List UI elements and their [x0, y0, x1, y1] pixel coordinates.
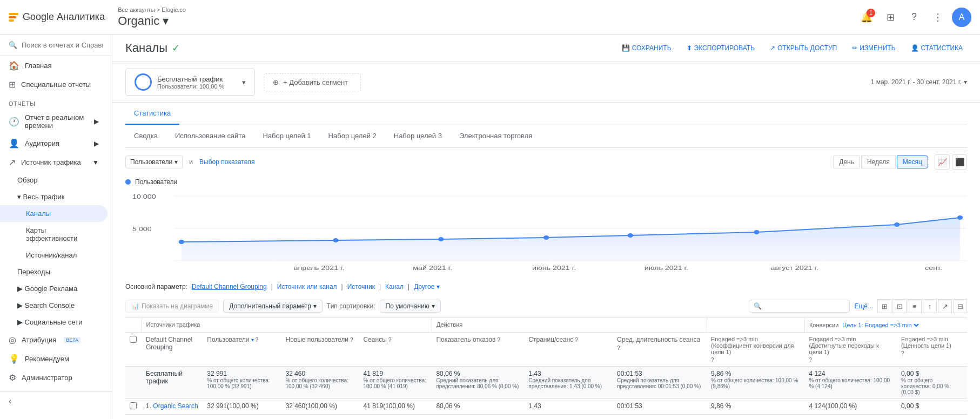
table-search-box[interactable]: 🔍	[749, 300, 850, 313]
sidebar-item-all-traffic[interactable]: ▾ Весь трафик	[0, 188, 108, 205]
row-select-checkbox[interactable]	[130, 402, 137, 409]
table-settings-btn[interactable]: ⊟	[953, 299, 967, 313]
stats-tabs-bar: Статистика	[125, 103, 967, 125]
sort-type-label: Тип сортировки:	[327, 302, 375, 310]
sidebar-item-source-medium[interactable]: Источник/канал	[0, 247, 108, 263]
sidebar-item-search-console[interactable]: ▶ Search Console	[0, 297, 108, 314]
account-title[interactable]: Organic ▾	[118, 14, 857, 28]
sidebar-item-referrals[interactable]: Переходы	[0, 263, 108, 280]
date-range-picker[interactable]: 1 мар. 2021 г. - 30 сент. 2021 г. ▾	[871, 78, 967, 86]
notification-button[interactable]: 🔔 1	[857, 8, 876, 27]
col-group-empty	[125, 318, 142, 333]
line-chart-button[interactable]: 📈	[935, 154, 950, 170]
tab-goals-3[interactable]: Набор целей 3	[385, 125, 451, 147]
add-segment-button[interactable]: ⊕ + Добавить сегмент	[264, 73, 361, 91]
sidebar-item-overview[interactable]: Обзор	[0, 172, 108, 188]
param-source-medium[interactable]: Источник или канал	[277, 283, 337, 290]
metric-select[interactable]: Пользователи ▾	[125, 156, 183, 168]
table-share-btn[interactable]: ↗	[938, 299, 952, 313]
help-icon: ?	[497, 337, 500, 343]
avatar-button[interactable]: A	[952, 8, 971, 27]
tab-ecommerce[interactable]: Электронная торговля	[451, 125, 541, 147]
and-label: и	[189, 158, 193, 166]
conversion-goal-select[interactable]: Цель 1: Engaged =>3 min	[840, 321, 921, 329]
sidebar-search-area[interactable]: 🔍	[0, 35, 112, 56]
home-icon: 🏠	[9, 60, 19, 71]
param-default-channel[interactable]: Default Channel Grouping	[192, 283, 267, 290]
tab-goals-2[interactable]: Набор целей 2	[320, 125, 385, 147]
stats-button[interactable]: 👤 СТАТИСТИКА	[907, 41, 967, 55]
chart-point	[754, 230, 759, 234]
chart-point	[628, 233, 633, 238]
show-chart-button[interactable]: 📊 Показать на диаграмме	[125, 300, 219, 313]
table-search-input[interactable]	[764, 302, 845, 310]
total-pages: 1,43 Средний показатель для представлени…	[524, 367, 613, 399]
x-label-july: июль 2021 г.	[645, 265, 688, 272]
metric-link[interactable]: Выбор показателя	[199, 158, 254, 166]
tab-svodka[interactable]: Сводка	[125, 125, 166, 147]
topbar-icons: 🔔 1 ⊞ ? ⋮ A	[857, 8, 971, 27]
param-other[interactable]: Другое ▾	[414, 283, 439, 290]
segment-chip[interactable]: Бесплатный трафик Пользователи: 100,00 %…	[125, 69, 255, 96]
time-month-button[interactable]: Месяц	[897, 156, 928, 168]
table-icon-buttons: ⊞ ⊡ ≡ ↑ ↗ ⊟	[877, 299, 967, 313]
tab-site-usage[interactable]: Использование сайта	[166, 125, 254, 147]
row-sessions: 41 819(100,00 %)	[359, 399, 432, 415]
account-path: Все аккаунты > Elogic.co	[118, 6, 857, 13]
chart-icon: 📊	[131, 302, 139, 310]
th-avg-duration: Сред. длительность сеанса ?	[613, 333, 707, 367]
more-button[interactable]: ⋮	[928, 8, 948, 27]
time-day-button[interactable]: День	[833, 156, 860, 168]
help-button[interactable]: ?	[904, 8, 924, 27]
sidebar-item-social[interactable]: ▶ Социальные сети	[0, 314, 108, 330]
edit-button[interactable]: ✏ ИЗМЕНИТЬ	[848, 41, 900, 55]
save-button[interactable]: 💾 СОХРАНИТЬ	[617, 41, 676, 55]
sidebar-item-attribution[interactable]: ◎ Атрибуция BETA	[0, 330, 108, 349]
col-group-conversions: Конверсии Цель 1: Engaged =>3 min	[804, 318, 967, 333]
row-goals: 4 124(100,00 %)	[804, 399, 897, 415]
chart-point	[894, 222, 900, 227]
table-pivot-btn[interactable]: ⊡	[892, 299, 907, 313]
row-checkbox[interactable]	[125, 399, 142, 415]
sidebar-item-admin[interactable]: ⚙ Администратор	[0, 368, 108, 387]
row-channel: 1. Organic Search	[142, 399, 203, 415]
sidebar-item-audience[interactable]: 👤 Аудитория ▶	[0, 134, 108, 153]
ga-logo	[9, 13, 18, 22]
export-button[interactable]: ⬆ ЭКСПОРТИРОВАТЬ	[682, 41, 759, 55]
grid-button[interactable]: ⊞	[881, 8, 900, 27]
select-all-checkbox[interactable]	[130, 336, 137, 343]
sidebar-item-traffic-sources[interactable]: ↗ Источник трафика ▼	[0, 153, 108, 172]
tab-statistika[interactable]: Статистика	[125, 103, 179, 125]
segment-info: Бесплатный трафик Пользователи: 100,00 %	[157, 75, 224, 90]
sidebar-item-google-ads[interactable]: ▶ Google Реклама	[0, 280, 108, 297]
sidebar-item-channels[interactable]: Каналы	[0, 205, 108, 222]
param-source[interactable]: Источник	[347, 283, 375, 290]
share-icon: ↗	[770, 44, 775, 52]
sidebar-item-custom-reports[interactable]: ⊞ Специальные отчеты	[0, 75, 108, 94]
sidebar-item-home[interactable]: 🏠 Главная	[0, 56, 108, 75]
param-channel[interactable]: Канал	[385, 283, 404, 290]
table-view-btn[interactable]: ⊞	[877, 299, 891, 313]
table-compare-btn[interactable]: ≡	[908, 299, 922, 313]
time-week-button[interactable]: Неделя	[861, 156, 896, 168]
channel-link[interactable]: Organic Search	[153, 402, 198, 410]
sidebar-item-realtime[interactable]: 🕐 Отчет в реальном времени ▶	[0, 109, 108, 134]
sidebar-item-treemap[interactable]: Карты эффективности	[0, 222, 108, 247]
sort-default-button[interactable]: По умолчанию ▾	[380, 300, 441, 313]
param-bar: Основной параметр: Default Channel Group…	[125, 279, 967, 295]
more-button[interactable]: Ещё...	[854, 302, 873, 310]
x-label-april: апрель 2021 г.	[294, 265, 345, 272]
row-users: 32 991(100,00 %)	[203, 399, 281, 415]
admin-icon: ⚙	[9, 373, 16, 383]
tab-goals-1[interactable]: Набор целей 1	[254, 125, 319, 147]
add-param-button[interactable]: Дополнительный параметр ▾	[223, 300, 323, 313]
help-icon: ?	[901, 350, 904, 356]
sidebar-item-discover[interactable]: 💡 Рекомендуем	[0, 349, 108, 368]
chart-area: 10 000 5 000	[125, 188, 967, 274]
sidebar-collapse[interactable]: ‹	[0, 391, 112, 410]
pie-chart-button[interactable]: ⬛	[952, 154, 967, 170]
search-input[interactable]	[22, 41, 103, 49]
table-export-btn[interactable]: ↑	[923, 299, 937, 313]
legend-label: Пользователи	[135, 178, 177, 186]
share-button[interactable]: ↗ ОТКРЫТЬ ДОСТУП	[766, 41, 841, 55]
